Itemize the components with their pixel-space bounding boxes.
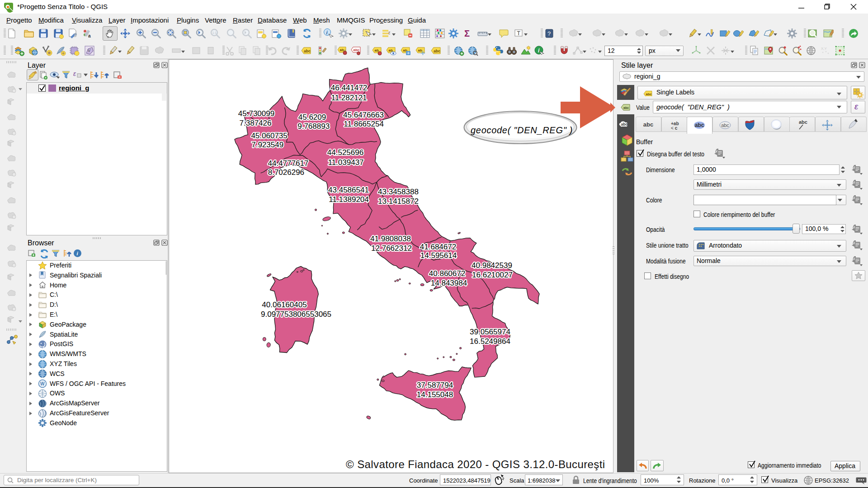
svg-text:11.1389204: 11.1389204 (329, 195, 369, 204)
svg-text:40.06160405: 40.06160405 (262, 300, 307, 309)
svg-text:abc: abc (621, 122, 628, 127)
svg-text:geocode( "DEN_REG" ): geocode( "DEN_REG" ) (471, 125, 573, 135)
svg-text:46.441472: 46.441472 (331, 84, 367, 92)
svg-text:9.097753806553065: 9.097753806553065 (261, 310, 331, 319)
svg-text:8.7026296: 8.7026296 (268, 168, 304, 177)
svg-text:41.9808038: 41.9808038 (370, 235, 411, 243)
svg-text:ε: ε (73, 70, 76, 77)
svg-text:39.0565974: 39.0565974 (470, 328, 510, 336)
svg-text:W: W (40, 381, 45, 386)
svg-text:V: V (88, 48, 90, 53)
svg-text:ε: ε (388, 30, 391, 35)
svg-text:?: ? (547, 30, 551, 37)
svg-text:Σ: Σ (464, 28, 470, 38)
svg-text:abc: abc (695, 122, 704, 128)
svg-text:abc: abc (304, 49, 311, 53)
svg-text:ab: ab (340, 48, 344, 52)
svg-text:7.923549: 7.923549 (251, 141, 283, 149)
svg-text:14.843984: 14.843984 (431, 279, 467, 287)
svg-text:abc: abc (643, 121, 653, 128)
svg-text:T: T (517, 30, 521, 37)
svg-text:abc: abc (799, 119, 807, 125)
svg-text:7.387426: 7.387426 (240, 119, 272, 127)
svg-text:X,Y: X,Y (821, 47, 827, 51)
svg-text:44.525696: 44.525696 (327, 148, 363, 157)
svg-text:ab: ab (418, 48, 422, 52)
svg-text:12.7662312: 12.7662312 (371, 244, 412, 253)
svg-text:ab: ab (375, 48, 379, 52)
svg-text:40.860672: 40.860672 (429, 269, 465, 278)
svg-text:11.039437: 11.039437 (328, 158, 363, 167)
svg-text:1:1: 1:1 (212, 31, 217, 34)
svg-text:abc: abc (354, 48, 360, 52)
svg-text:abc: abc (623, 106, 629, 109)
svg-text:16.5249864: 16.5249864 (470, 337, 510, 346)
svg-text:ab: ab (389, 48, 393, 52)
svg-text:14.155048: 14.155048 (417, 390, 453, 399)
svg-text:11.8665254: 11.8665254 (344, 120, 384, 128)
svg-text:11.282121: 11.282121 (331, 94, 367, 102)
svg-text:16.6210027: 16.6210027 (472, 271, 513, 279)
svg-text:14.595614: 14.595614 (420, 251, 457, 260)
svg-text:© Salvatore Fiandaca 2020 - QG: © Salvatore Fiandaca 2020 - QGIS 3.12.0-… (346, 458, 605, 470)
svg-text:43.4586541: 43.4586541 (328, 186, 369, 194)
svg-text:44.4777617: 44.4777617 (268, 159, 308, 168)
svg-text:45.730099: 45.730099 (238, 109, 274, 118)
svg-text:45.6209: 45.6209 (298, 113, 326, 122)
svg-text:41.684672: 41.684672 (420, 243, 456, 251)
svg-text:abc: abc (721, 122, 729, 128)
svg-text:abc: abc (434, 49, 440, 53)
svg-text:a: a (88, 33, 91, 38)
svg-text:45.6476663: 45.6476663 (343, 111, 384, 119)
svg-text:37.587794: 37.587794 (417, 381, 453, 389)
svg-text:40.9842539: 40.9842539 (472, 261, 512, 270)
svg-text:45.060735: 45.060735 (251, 131, 287, 140)
svg-text:43.3458388: 43.3458388 (378, 188, 419, 196)
svg-text:< c: < c (671, 126, 678, 131)
svg-text:9.768893: 9.768893 (297, 122, 330, 131)
svg-text:abc: abc (646, 92, 652, 96)
svg-text:13.1415872: 13.1415872 (378, 197, 419, 206)
